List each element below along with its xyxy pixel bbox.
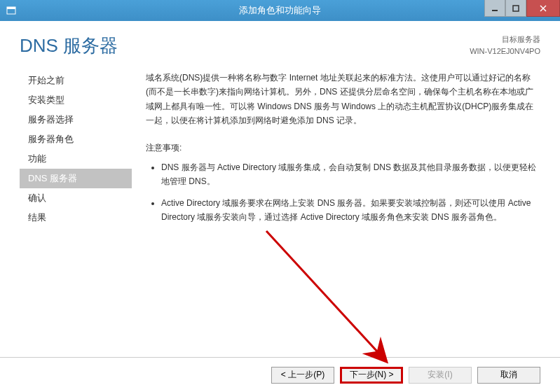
minimize-button[interactable] <box>484 0 505 17</box>
intro-text: 域名系统(DNS)提供一种将名称与数字 Internet 地址关联起来的标准方法… <box>146 71 540 128</box>
titlebar: 添加角色和功能向导 <box>0 0 560 21</box>
note-item: Active Directory 域服务要求在网络上安装 DNS 服务器。如果要… <box>161 196 540 225</box>
sidebar-item-dns-server[interactable]: DNS 服务器 <box>20 169 132 188</box>
page-title: DNS 服务器 <box>20 34 118 58</box>
prev-button[interactable]: < 上一步(P) <box>271 367 334 384</box>
window-title: 添加角色和功能向导 <box>239 4 321 17</box>
cancel-button[interactable]: 取消 <box>477 367 540 384</box>
header: DNS 服务器 目标服务器 WIN-V12EJ0NV4PO <box>0 21 560 65</box>
sidebar-item-before-begin[interactable]: 开始之前 <box>20 71 132 90</box>
window-controls <box>484 0 560 21</box>
main-content: 域名系统(DNS)提供一种将名称与数字 Internet 地址关联起来的标准方法… <box>132 65 540 372</box>
svg-rect-3 <box>513 6 519 11</box>
app-icon <box>6 5 17 16</box>
sidebar-item-features[interactable]: 功能 <box>20 149 132 169</box>
note-item: DNS 服务器与 Active Directory 域服务集成，会自动复制 DN… <box>161 160 540 189</box>
close-button[interactable] <box>526 0 560 17</box>
sidebar: 开始之前 安装类型 服务器选择 服务器角色 功能 DNS 服务器 确认 结果 <box>20 65 132 372</box>
sidebar-item-results[interactable]: 结果 <box>20 208 132 227</box>
target-label: 目标服务器 <box>470 34 540 46</box>
sidebar-item-install-type[interactable]: 安装类型 <box>20 90 132 110</box>
next-button[interactable]: 下一步(N) > <box>340 367 403 384</box>
notes-list: DNS 服务器与 Active Directory 域服务集成，会自动复制 DN… <box>146 160 540 225</box>
maximize-button[interactable] <box>505 0 526 17</box>
target-name: WIN-V12EJ0NV4PO <box>470 46 540 57</box>
sidebar-item-server-roles[interactable]: 服务器角色 <box>20 130 132 149</box>
svg-rect-1 <box>7 7 15 9</box>
sidebar-item-server-select[interactable]: 服务器选择 <box>20 110 132 130</box>
main-body: 开始之前 安装类型 服务器选择 服务器角色 功能 DNS 服务器 确认 结果 域… <box>0 65 560 372</box>
target-info: 目标服务器 WIN-V12EJ0NV4PO <box>470 34 540 57</box>
sidebar-item-confirm[interactable]: 确认 <box>20 188 132 208</box>
button-bar: < 上一步(P) 下一步(N) > 安装(I) 取消 <box>0 357 560 392</box>
notes-label: 注意事项: <box>146 141 540 155</box>
install-button: 安装(I) <box>409 367 472 384</box>
